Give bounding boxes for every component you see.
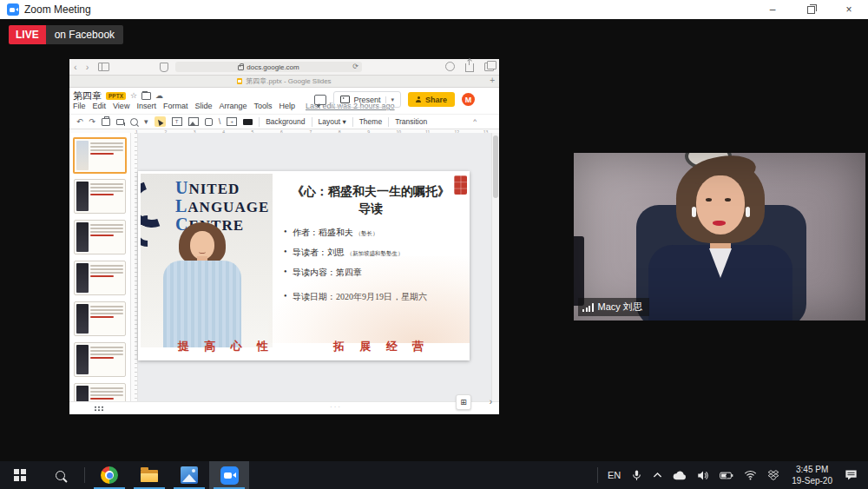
- taskbar-file-explorer[interactable]: [129, 461, 169, 489]
- speaker-notes-button[interactable]: ⊞: [456, 394, 471, 410]
- tabs-overview-icon[interactable]: [484, 63, 494, 71]
- new-tab-button[interactable]: +: [490, 76, 495, 85]
- taskbar-photos[interactable]: [169, 461, 209, 489]
- present-label: Present: [353, 96, 380, 104]
- taskbar-zoom[interactable]: [209, 461, 249, 489]
- menu-edit[interactable]: Edit: [93, 102, 107, 110]
- doc-title-row: 第四章 PPTX ☆ ☁: [73, 89, 163, 102]
- menu-slide[interactable]: Slide: [194, 102, 212, 110]
- presenter-photo: UNITED LANGUAGE CENTRE: [141, 174, 273, 347]
- document-title[interactable]: 第四章: [73, 89, 102, 102]
- menu-insert[interactable]: Insert: [136, 102, 156, 110]
- insert-image-icon[interactable]: [188, 117, 199, 126]
- hidden-icons-chevron[interactable]: [648, 461, 667, 489]
- onedrive-icon[interactable]: [667, 461, 692, 489]
- person-bangs: [687, 153, 758, 190]
- microphone-tray-icon[interactable]: [626, 461, 648, 489]
- participant-video[interactable]: Macy 刘思: [574, 153, 865, 320]
- action-center-icon[interactable]: [839, 461, 863, 489]
- paint-format-icon[interactable]: [116, 119, 124, 125]
- zoom-caret-icon[interactable]: ▾: [144, 118, 148, 126]
- print-icon[interactable]: [102, 118, 110, 126]
- insert-placeholder-icon[interactable]: +: [227, 117, 237, 126]
- slide-title[interactable]: 《心：稻盛和夫一生的嘱托》 导读: [275, 183, 466, 217]
- layout-button[interactable]: Layout ▾: [319, 117, 346, 126]
- select-tool-active[interactable]: [155, 116, 166, 127]
- zoom-tool-icon[interactable]: [130, 118, 138, 126]
- wifi-icon[interactable]: [739, 461, 762, 489]
- collapse-toolbar-icon[interactable]: ^: [473, 117, 477, 125]
- grid-view-icon[interactable]: [94, 406, 103, 412]
- restore-button[interactable]: [792, 0, 830, 19]
- person-shirt: [709, 248, 732, 278]
- slide-thumbnail-6[interactable]: [74, 342, 126, 377]
- current-slide[interactable]: UNITED LANGUAGE CENTRE 《心: [138, 171, 470, 360]
- next-slide-chevron[interactable]: ›: [490, 397, 492, 406]
- theme-button[interactable]: Theme: [359, 117, 382, 126]
- slide-thumbnail-4[interactable]: [74, 261, 126, 295]
- browser-tab-bar: 第四章.pptx - Google Slides +: [69, 76, 499, 88]
- theme-color-icon[interactable]: [243, 119, 253, 125]
- slide-canvas[interactable]: UNITED LANGUAGE CENTRE 《心: [131, 133, 499, 402]
- slide-thumbnail-2[interactable]: [74, 179, 126, 214]
- clock[interactable]: 3:45 PM 19-Sep-20: [785, 461, 839, 489]
- account-avatar[interactable]: M: [462, 93, 475, 106]
- redo-icon[interactable]: ↷: [89, 118, 96, 126]
- file-explorer-icon: [141, 470, 158, 482]
- text-box-icon[interactable]: T: [172, 117, 182, 126]
- search-button[interactable]: [40, 461, 80, 489]
- canvas-scrollbar[interactable]: [491, 133, 499, 402]
- move-folder-icon[interactable]: [141, 92, 151, 100]
- window-title: Zoom Meeting: [24, 3, 91, 16]
- taskbar-chrome[interactable]: [89, 461, 129, 489]
- privacy-shield-icon[interactable]: [160, 63, 168, 72]
- vertical-ruler: [131, 133, 138, 402]
- earbud-icon: [692, 207, 696, 217]
- slide-thumbnail-3[interactable]: [74, 220, 126, 254]
- present-caret-icon[interactable]: ▾: [385, 96, 394, 103]
- undo-icon[interactable]: ↶: [76, 118, 83, 126]
- cloud-status-icon[interactable]: ☁: [155, 92, 163, 100]
- insert-line-icon[interactable]: \: [219, 118, 221, 126]
- slide-thumbnail-1[interactable]: [73, 137, 127, 174]
- menu-arrange[interactable]: Arrange: [219, 102, 247, 110]
- browser-share-icon[interactable]: [465, 63, 474, 72]
- refresh-icon[interactable]: ⟳: [352, 63, 358, 70]
- notes-drag-handle[interactable]: ···: [330, 403, 342, 411]
- comments-icon[interactable]: [314, 95, 326, 105]
- battery-icon[interactable]: [714, 461, 739, 489]
- profile-icon[interactable]: [445, 62, 455, 71]
- share-button[interactable]: Share: [408, 92, 455, 107]
- menu-help[interactable]: Help: [279, 102, 295, 110]
- forward-button[interactable]: ›: [82, 63, 94, 72]
- slide-thumbnail-5[interactable]: [74, 301, 126, 336]
- share-label: Share: [425, 96, 447, 104]
- present-button[interactable]: Present ▾: [333, 91, 401, 108]
- person-eye: [725, 198, 731, 202]
- minimize-button[interactable]: –: [753, 0, 792, 19]
- slide-thumbnail-7[interactable]: [74, 383, 126, 402]
- insert-shape-icon[interactable]: [205, 118, 213, 126]
- language-indicator[interactable]: EN: [602, 461, 626, 489]
- menu-tools[interactable]: Tools: [253, 102, 272, 110]
- address-bar[interactable]: docs.google.com ⟳: [175, 62, 362, 72]
- menu-file[interactable]: File: [73, 102, 86, 110]
- background-button[interactable]: Background: [266, 117, 305, 126]
- sidebar-icon[interactable]: [98, 63, 109, 71]
- volume-icon[interactable]: [692, 461, 714, 489]
- zoom-taskbar-icon: [220, 466, 239, 485]
- transition-button[interactable]: Transition: [395, 117, 427, 126]
- browser-right-icons: [445, 61, 494, 72]
- close-button[interactable]: ×: [830, 0, 868, 19]
- menu-format[interactable]: Format: [163, 102, 188, 110]
- slide-bullets[interactable]: 作者：稻盛和夫 （塾长） 导读者：刘思 （新加坡盛和塾塾生） 导读内容：第四章 …: [282, 227, 466, 311]
- live-indicator[interactable]: LIVE on Facebook: [9, 25, 123, 44]
- dropbox-icon[interactable]: [762, 461, 785, 489]
- participant-name-tag: Macy 刘思: [578, 298, 649, 316]
- back-button[interactable]: ‹: [69, 63, 82, 72]
- start-button[interactable]: [0, 461, 40, 489]
- menu-view[interactable]: View: [113, 102, 129, 110]
- star-icon[interactable]: ☆: [130, 92, 137, 100]
- system-tray: EN 3:45 PM 19-Se: [593, 461, 868, 489]
- browser-tab[interactable]: 第四章.pptx - Google Slides: [237, 76, 331, 86]
